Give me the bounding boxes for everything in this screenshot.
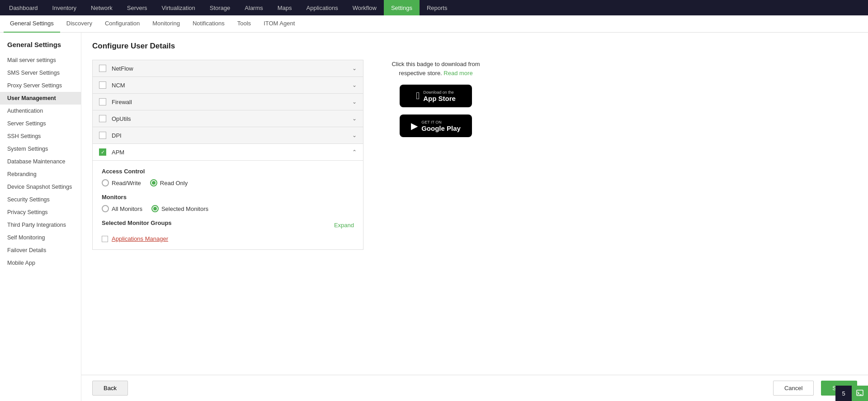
read-write-radio[interactable]: [102, 179, 109, 186]
dpi-checkbox[interactable]: [99, 132, 106, 139]
smg-title: Selected Monitor Groups: [102, 220, 172, 226]
smg-header: Selected Monitor Groups Expand: [102, 220, 354, 231]
selected-monitors-radio[interactable]: [151, 205, 159, 212]
cancel-button[interactable]: Cancel: [773, 381, 814, 396]
sidebar-item-sms-server[interactable]: SMS Server Settings: [0, 67, 81, 79]
google-play-sub-label: GET IT ON: [421, 120, 461, 124]
subnav-configuration[interactable]: Configuration: [99, 15, 146, 33]
subnav-notifications[interactable]: Notifications: [186, 15, 231, 33]
sub-navigation: General Settings Discovery Configuration…: [0, 15, 868, 33]
page-title: Configure User Details: [92, 42, 363, 51]
netflow-chevron-icon: ⌄: [352, 65, 357, 72]
applications-manager-checkbox[interactable]: [102, 236, 108, 242]
app-store-badge[interactable]:  Download on the App Store: [400, 85, 472, 107]
oputils-label: OpUtils: [112, 115, 347, 122]
app-store-main-label: App Store: [423, 95, 456, 102]
monitors-title: Monitors: [102, 194, 354, 200]
oputils-checkbox[interactable]: [99, 115, 106, 122]
selected-monitors-option[interactable]: Selected Monitors: [151, 205, 208, 212]
nav-storage[interactable]: Storage: [203, 0, 238, 15]
read-write-option[interactable]: Read/Write: [102, 179, 141, 186]
accordion-item-apm: ✓ APM ⌃ Access Control Read/Write: [93, 144, 363, 249]
ncm-label: NCM: [112, 82, 347, 89]
ncm-chevron-icon: ⌄: [352, 82, 357, 88]
firewall-label: Firewall: [112, 99, 347, 105]
nav-applications[interactable]: Applications: [299, 0, 345, 15]
nav-alarms[interactable]: Alarms: [237, 0, 270, 15]
firewall-checkbox[interactable]: [99, 98, 106, 105]
read-more-link[interactable]: Read more: [443, 70, 472, 76]
main-content: Configure User Details NetFlow ⌄ NCM: [81, 33, 868, 401]
sidebar-item-ssh-settings[interactable]: SSH Settings: [0, 130, 81, 143]
subnav-monitoring[interactable]: Monitoring: [146, 15, 186, 33]
app-store-text: Download on the App Store: [423, 90, 456, 102]
app-store-sub-label: Download on the: [423, 90, 456, 95]
netflow-checkbox[interactable]: [99, 65, 106, 72]
accordion-header-apm[interactable]: ✓ APM ⌃: [93, 144, 363, 160]
apm-label: APM: [112, 149, 347, 156]
nav-workflow[interactable]: Workflow: [345, 0, 384, 15]
dpi-chevron-icon: ⌄: [352, 132, 357, 138]
sidebar-item-proxy-server[interactable]: Proxy Server Settings: [0, 79, 81, 92]
sidebar: General Settings Mail server settings SM…: [0, 33, 81, 401]
badge-text: Click this badge to download from respec…: [382, 60, 490, 77]
sidebar-item-mobile-app[interactable]: Mobile App: [0, 257, 81, 269]
sidebar-item-self-monitoring[interactable]: Self Monitoring: [0, 231, 81, 244]
sidebar-item-device-snapshot[interactable]: Device Snapshot Settings: [0, 181, 81, 193]
sidebar-item-mail-server[interactable]: Mail server settings: [0, 54, 81, 67]
content-right: Click this badge to download from respec…: [382, 42, 490, 392]
nav-reports[interactable]: Reports: [420, 0, 455, 15]
nav-settings[interactable]: Settings: [384, 0, 420, 15]
content-left: Configure User Details NetFlow ⌄ NCM: [92, 42, 363, 392]
sidebar-item-privacy-settings[interactable]: Privacy Settings: [0, 206, 81, 219]
subnav-tools[interactable]: Tools: [231, 15, 257, 33]
terminal-icon[interactable]: [852, 386, 868, 401]
sidebar-item-database-maintenance[interactable]: Database Maintenance: [0, 155, 81, 168]
sidebar-item-security-settings[interactable]: Security Settings: [0, 193, 81, 206]
read-only-radio[interactable]: [150, 179, 157, 186]
nav-inventory[interactable]: Inventory: [45, 0, 84, 15]
nav-virtualization[interactable]: Virtualization: [155, 0, 203, 15]
sidebar-item-authentication[interactable]: Authentication: [0, 105, 81, 117]
monitors-radio-group: All Monitors Selected Monitors: [102, 205, 354, 212]
nav-network[interactable]: Network: [84, 0, 120, 15]
expand-link[interactable]: Expand: [334, 222, 354, 229]
accordion-header-dpi[interactable]: DPI ⌄: [93, 127, 363, 143]
oputils-chevron-icon: ⌄: [352, 115, 357, 122]
sidebar-item-server-settings[interactable]: Server Settings: [0, 117, 81, 130]
apm-chevron-icon: ⌃: [352, 149, 357, 155]
subnav-itom-agent[interactable]: ITOM Agent: [257, 15, 301, 33]
accordion-item-oputils: OpUtils ⌄: [93, 110, 363, 127]
smg-item-applications-manager: Applications Manager: [102, 235, 354, 242]
back-button[interactable]: Back: [92, 381, 128, 396]
dpi-label: DPI: [112, 132, 347, 139]
accordion-header-oputils[interactable]: OpUtils ⌄: [93, 110, 363, 127]
all-monitors-option[interactable]: All Monitors: [102, 205, 142, 212]
apm-checkbox[interactable]: ✓: [99, 148, 106, 156]
sidebar-title: General Settings: [0, 37, 81, 54]
nav-dashboard[interactable]: Dashboard: [2, 0, 45, 15]
subnav-discovery[interactable]: Discovery: [60, 15, 99, 33]
access-control-radio-group: Read/Write Read Only: [102, 179, 354, 186]
nav-servers[interactable]: Servers: [120, 0, 155, 15]
apple-icon: : [416, 90, 420, 102]
google-play-icon: ▶: [411, 120, 418, 131]
applications-manager-label[interactable]: Applications Manager: [112, 235, 168, 242]
accordion-header-netflow[interactable]: NetFlow ⌄: [93, 60, 363, 76]
accordion: NetFlow ⌄ NCM ⌄ Firewall: [92, 60, 363, 250]
google-play-badge[interactable]: ▶ GET IT ON Google Play: [400, 115, 472, 137]
netflow-label: NetFlow: [112, 65, 347, 72]
read-only-option[interactable]: Read Only: [150, 179, 188, 186]
nav-maps[interactable]: Maps: [270, 0, 299, 15]
sidebar-item-failover[interactable]: Failover Details: [0, 244, 81, 257]
accordion-header-firewall[interactable]: Firewall ⌄: [93, 94, 363, 110]
accordion-header-ncm[interactable]: NCM ⌄: [93, 77, 363, 93]
sidebar-item-third-party[interactable]: Third Party Integrations: [0, 219, 81, 231]
accordion-item-ncm: NCM ⌄: [93, 77, 363, 94]
ncm-checkbox[interactable]: [99, 81, 106, 89]
sidebar-item-rebranding[interactable]: Rebranding: [0, 168, 81, 181]
sidebar-item-system-settings[interactable]: System Settings: [0, 143, 81, 155]
sidebar-item-user-management[interactable]: User Management: [0, 92, 81, 105]
all-monitors-radio[interactable]: [102, 205, 109, 212]
subnav-general-settings[interactable]: General Settings: [4, 15, 60, 33]
